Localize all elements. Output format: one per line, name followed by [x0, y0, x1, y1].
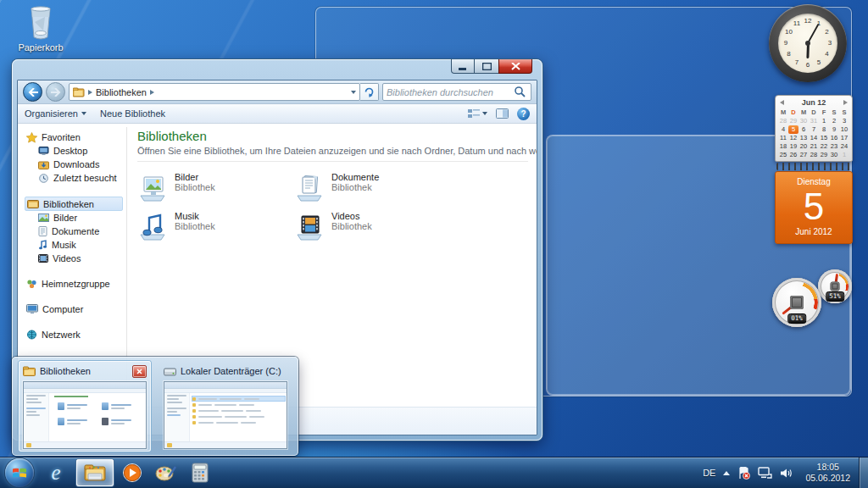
maximize-button[interactable]	[475, 59, 498, 74]
calendar-day-cell[interactable]: 28	[778, 117, 788, 125]
minimize-button[interactable]	[451, 59, 475, 74]
calendar-gadget[interactable]: Jun 12 MDMDFSS28293031123456789101112131…	[775, 95, 853, 244]
calendar-day-cell[interactable]: 12	[788, 134, 798, 142]
sidebar-item-musik[interactable]: Musik	[25, 238, 126, 252]
thumbnail-preview[interactable]	[164, 381, 287, 449]
address-dropdown-icon[interactable]	[351, 91, 356, 94]
thumbnail-title: Bibliotheken	[40, 366, 128, 376]
calendar-day-cell[interactable]: 17	[839, 134, 849, 142]
calendar-day-cell[interactable]: 9	[829, 125, 839, 134]
sidebar-item-downloads[interactable]: Downloads	[25, 158, 126, 171]
volume-icon[interactable]	[780, 468, 793, 479]
sidebar-item-favoriten[interactable]: Favoriten	[25, 130, 126, 144]
taskbar-internet-explorer[interactable]: e	[39, 458, 73, 488]
clock-numeral: 11	[790, 19, 804, 27]
thumbnail-bibliotheken[interactable]: Bibliotheken	[19, 361, 151, 452]
breadcrumb-chevron-icon[interactable]	[88, 90, 92, 95]
calendar-day-cell[interactable]: 22	[819, 142, 829, 151]
new-library-button[interactable]: Neue Bibliothek	[100, 108, 165, 119]
calendar-day-cell[interactable]: 18	[778, 142, 788, 151]
sidebar-item-heimnetzgruppe[interactable]: Heimnetzgruppe	[25, 277, 126, 291]
calendar-day-cell[interactable]: 14	[809, 134, 819, 142]
calendar-day-cell[interactable]: 19	[788, 142, 798, 151]
refresh-button[interactable]	[360, 83, 379, 101]
organize-menu[interactable]: Organisieren	[25, 108, 86, 119]
library-item-musik[interactable]: MusikBibliothek	[137, 211, 294, 241]
pictures-icon	[38, 214, 49, 222]
calendar-day-cell[interactable]: 16	[829, 134, 839, 142]
calendar-day-cell[interactable]: 25	[778, 151, 788, 159]
language-indicator[interactable]: DE	[703, 468, 715, 478]
calendar-day-cell[interactable]: 30	[829, 151, 839, 159]
thumbnail-preview[interactable]	[23, 381, 147, 449]
calendar-day-cell[interactable]: 27	[798, 151, 809, 159]
calendar-day-cell[interactable]: 30	[798, 117, 809, 125]
sidebar-item-dokumente[interactable]: Dokumente	[25, 225, 126, 238]
calendar-day-cell[interactable]: 1	[839, 151, 849, 159]
calendar-day-cell[interactable]: 29	[788, 117, 798, 125]
back-button[interactable]	[23, 82, 42, 102]
calendar-day-cell[interactable]: 28	[809, 151, 819, 159]
calendar-day-cell[interactable]: 3	[839, 117, 849, 125]
show-desktop-button[interactable]	[859, 458, 868, 488]
calendar-day-cell[interactable]: 4	[778, 125, 788, 134]
calendar-day-cell[interactable]: 7	[809, 125, 819, 134]
network-status-icon[interactable]	[758, 467, 772, 479]
calendar-day-cell[interactable]: 8	[819, 125, 829, 134]
library-item-dokumente[interactable]: DokumenteBibliothek	[294, 172, 451, 202]
cpu-meter-gadget[interactable]: 51% 01%	[767, 264, 856, 337]
sidebar-item-zuletzt-besucht[interactable]: Zuletzt besucht	[25, 171, 126, 185]
calendar-day-cell[interactable]: 31	[809, 117, 819, 125]
breadcrumb-chevron-icon[interactable]	[150, 90, 154, 95]
thumbnail-lokaler-datentraeger[interactable]: Lokaler Datenträger (C:)	[159, 361, 292, 452]
calendar-day-cell[interactable]: 15	[819, 134, 829, 142]
start-button[interactable]	[5, 458, 34, 487]
thumbnail-close-button[interactable]	[132, 365, 147, 378]
search-icon[interactable]	[513, 86, 528, 98]
system-tray: DE 18:05 05.06.2012	[703, 462, 859, 484]
calendar-day-cell[interactable]: 23	[829, 142, 839, 151]
sidebar-item-bibliotheken[interactable]: Bibliotheken	[25, 197, 123, 211]
calendar-day-cell[interactable]: 10	[839, 125, 849, 134]
forward-button[interactable]	[46, 82, 65, 102]
views-button[interactable]	[468, 108, 487, 119]
calendar-day-cell[interactable]: 2	[829, 117, 839, 125]
close-button[interactable]	[498, 59, 532, 74]
calendar-day-cell[interactable]: 26	[788, 151, 798, 159]
show-hidden-icons[interactable]	[723, 468, 730, 475]
calendar-day-cell[interactable]: 29	[819, 151, 829, 159]
calendar-today-cell[interactable]: 5	[788, 125, 798, 134]
sidebar-item-videos[interactable]: Videos	[25, 252, 126, 265]
sidebar-item-desktop[interactable]: Desktop	[25, 144, 126, 158]
breadcrumb-libraries[interactable]: Bibliotheken	[96, 87, 147, 97]
calendar-day-cell[interactable]: 1	[819, 117, 829, 125]
help-button[interactable]: ?	[517, 108, 530, 120]
sidebar-item-netzwerk[interactable]: Netzwerk	[25, 328, 126, 341]
clock-gadget[interactable]: 121234567891011	[769, 4, 847, 82]
address-bar[interactable]: Bibliotheken	[69, 83, 360, 101]
calendar-day-cell[interactable]: 21	[809, 142, 819, 151]
calendar-day-cell[interactable]: 11	[778, 134, 788, 142]
library-item-videos[interactable]: VideosBibliothek	[294, 211, 451, 241]
close-icon	[136, 369, 142, 374]
search-input[interactable]	[383, 87, 513, 97]
taskbar-windows-explorer[interactable]	[76, 459, 114, 486]
tray-clock[interactable]: 18:05 05.06.2012	[805, 462, 850, 484]
recycle-bin[interactable]: Papierkorb	[14, 5, 68, 53]
preview-pane-icon[interactable]	[496, 108, 509, 119]
action-center-icon[interactable]	[737, 467, 750, 480]
sidebar-item-bilder[interactable]: Bilder	[25, 211, 126, 225]
taskbar-media-player[interactable]	[115, 458, 149, 488]
calendar-day-cell[interactable]: 6	[798, 125, 809, 134]
taskbar-paint[interactable]	[149, 458, 183, 488]
library-item-bilder[interactable]: BilderBibliothek	[137, 172, 294, 202]
calendar-day-cell[interactable]: 24	[839, 142, 849, 151]
calendar-next-icon[interactable]	[843, 100, 848, 105]
calendar-prev-icon[interactable]	[780, 100, 784, 105]
taskbar-calculator[interactable]	[183, 458, 217, 488]
calendar-day-cell[interactable]: 20	[798, 142, 809, 151]
library-folder-icon	[73, 87, 85, 97]
calendar-day-cell[interactable]: 13	[798, 134, 809, 142]
sidebar-item-computer[interactable]: Computer	[25, 302, 126, 316]
computer-icon	[26, 304, 38, 314]
